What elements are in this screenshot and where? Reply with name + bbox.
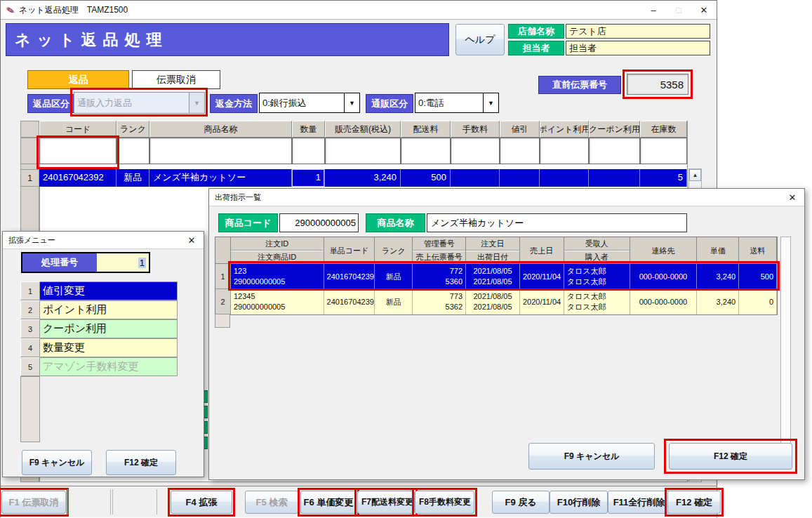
grid-entry-cell-8[interactable] — [540, 138, 589, 164]
grid-entry-cell-3[interactable] — [292, 138, 325, 164]
shipping-table: 注文ID注文商品ID単品コードランク管理番号売上伝票番号注文日出荷日付売上日受取… — [215, 237, 778, 315]
grid-entry-cell-2[interactable] — [149, 138, 292, 164]
grid-entry-cell-4[interactable] — [325, 138, 401, 164]
ship-row-number[interactable]: 1 — [215, 264, 231, 289]
ship-header-6: 受取人購入者 — [564, 237, 630, 264]
ship-row-1[interactable]: 1123290000000005240167042392新品7725360202… — [215, 264, 777, 289]
close-icon[interactable]: ✕ — [180, 232, 204, 248]
fkey-wrap-f8: F8手数料変更 — [412, 488, 477, 517]
ship-cell: 12345290000000005 — [231, 289, 324, 314]
ship-header-corner — [215, 237, 231, 264]
fkey-f11-button[interactable]: F11全行削除 — [608, 491, 670, 514]
grid-cell[interactable]: 1 — [292, 169, 325, 187]
fkey-wrap-f12: F12 確定 — [665, 488, 724, 517]
ship-cell: 2021/08/052021/08/05 — [466, 264, 520, 289]
window-title: ネット返品処理 TAMZ1500 — [19, 4, 128, 16]
fkey-wrap-f5: F5 検索 — [242, 488, 301, 517]
grid-entry-cell-0[interactable] — [39, 138, 117, 164]
ext-item-label: 数量変更 — [40, 338, 178, 357]
refund-method-value: 0:銀行振込 — [260, 93, 344, 112]
ext-menu-item-1[interactable]: 1値引変更 — [20, 281, 178, 300]
last-slip-number-value: 5358 — [627, 74, 688, 95]
fkey-empty-slot — [67, 489, 111, 514]
ship-cell: 123290000000005 — [231, 264, 324, 289]
shipping-scrollbar[interactable] — [780, 237, 791, 470]
fkey-f8-button[interactable]: F8手数料変更 — [415, 491, 474, 514]
ship-row-number[interactable]: 2 — [215, 289, 231, 314]
grid-cell[interactable]: 5 — [640, 169, 687, 187]
ship-cancel-button[interactable]: F9 キャンセル — [528, 443, 655, 470]
minimize-icon[interactable]: – — [641, 1, 666, 19]
shipping-table-body: 1123290000000005240167042392新品7725360202… — [215, 264, 777, 314]
grid-entry-cell-6[interactable] — [451, 138, 500, 164]
ext-confirm-button[interactable]: F12 確定 — [106, 450, 176, 475]
ship-cell: 3,240 — [697, 289, 739, 314]
ext-menu-item-2[interactable]: 2ポイント利用 — [20, 300, 178, 319]
ext-menu-item-3[interactable]: 3クーポン利用 — [20, 319, 178, 338]
fkey-f5-button[interactable]: F5 検索 — [245, 491, 298, 514]
grid-cell[interactable]: 新品 — [117, 169, 149, 187]
ext-item-label: アマゾン手数料変更 — [40, 357, 178, 376]
grid-cell[interactable] — [451, 169, 500, 187]
fkey-f12-button[interactable]: F12 確定 — [667, 491, 721, 514]
refund-method-dropdown[interactable]: 0:銀行振込 ▼ — [259, 93, 360, 113]
ship-header-3: 管理番号売上伝票番号 — [413, 237, 466, 264]
fkey-wrap-f1: F1 伝票取消 — [0, 488, 69, 517]
grid-entry-cell-10[interactable] — [640, 138, 687, 164]
product-name-label: 商品名称 — [366, 213, 425, 232]
scroll-up-icon[interactable]: ▲ — [689, 169, 701, 181]
shipping-table-stub — [215, 314, 230, 328]
ext-item-label: 値引変更 — [40, 281, 178, 300]
grid-cell[interactable]: 240167042392 — [39, 169, 117, 187]
fkey-f9-button[interactable]: F9 戻る — [492, 491, 550, 514]
grid-cell[interactable] — [589, 169, 640, 187]
fkey-f7-button[interactable]: F7配送料変更 — [357, 491, 415, 514]
ext-item-label: ポイント利用 — [40, 300, 178, 319]
ship-header-7: 連絡先 — [630, 237, 698, 264]
tab-voucher-cancel[interactable]: 伝票取消 — [132, 70, 220, 89]
grid-cell[interactable] — [540, 169, 589, 187]
store-name-value: テスト店 — [566, 24, 710, 39]
grid-cell[interactable]: メンズ半袖カットソー — [149, 169, 292, 187]
process-number-input[interactable]: 1 — [97, 253, 149, 272]
grid-entry-cell-7[interactable] — [500, 138, 540, 164]
fkey-wrap-f11: F11全行削除 — [605, 488, 673, 517]
grid-row-number[interactable]: 1 — [20, 169, 39, 187]
ext-menu-item-5[interactable]: 5アマゾン手数料変更 — [20, 357, 178, 376]
ship-cell: タロス太郎タロス太郎 — [564, 289, 630, 314]
chevron-down-icon: ▼ — [483, 93, 498, 112]
ship-row-2[interactable]: 212345290000000005240167042392新品77353622… — [215, 289, 777, 314]
ext-item-number: 3 — [20, 319, 40, 338]
grid-cell[interactable]: 500 — [401, 169, 451, 187]
ext-menu-item-4[interactable]: 4数量変更 — [20, 338, 178, 357]
fkey-wrap-f10: F10行削除 — [547, 488, 611, 517]
grid-entry-cell-5[interactable] — [401, 138, 451, 164]
tab-return[interactable]: 返品 — [27, 70, 129, 89]
staff-value: 担当者 — [566, 41, 710, 55]
grid-cell[interactable] — [500, 169, 540, 187]
ship-cell: タロス太郎タロス太郎 — [564, 264, 630, 289]
ext-menu-list-stub — [20, 376, 40, 442]
grid-entry-cell-1[interactable] — [117, 138, 149, 164]
close-icon[interactable]: ✕ — [780, 189, 804, 206]
last-slip-number-label: 直前伝票番号 — [538, 76, 621, 94]
fkey-f1-button[interactable]: F1 伝票取消 — [1, 491, 66, 514]
app-icon: ✎ — [6, 4, 15, 16]
return-type-dropdown[interactable]: 通販入力返品 ▼ — [74, 92, 205, 114]
channel-type-dropdown[interactable]: 0:電話 ▼ — [415, 93, 499, 113]
fkey-f10-button[interactable]: F10行削除 — [550, 491, 608, 514]
fkey-f4-button[interactable]: F4 拡張 — [171, 491, 232, 514]
grid-entry-cell-9[interactable] — [589, 138, 640, 164]
process-number-label: 処理番号 — [22, 253, 97, 272]
screenshot-root: ✎ ネット返品処理 TAMZ1500 – □ ✕ ネット返品処理 ヘルプ 店舗名… — [0, 0, 812, 518]
channel-type-label: 通販区分 — [366, 94, 413, 113]
close-icon[interactable]: ✕ — [691, 1, 717, 19]
ship-cell: 2021/08/052021/08/05 — [466, 289, 520, 314]
ship-cell: 7725360 — [413, 264, 466, 289]
grid-cell[interactable]: 3,240 — [325, 169, 401, 187]
fkey-f6-button[interactable]: F6 単価変更 — [300, 491, 357, 514]
help-button[interactable]: ヘルプ — [455, 24, 505, 55]
ext-cancel-button[interactable]: F9 キャンセル — [22, 450, 92, 475]
ship-confirm-button[interactable]: F12 確定 — [669, 443, 792, 470]
product-code-label: 商品コード — [218, 213, 278, 232]
